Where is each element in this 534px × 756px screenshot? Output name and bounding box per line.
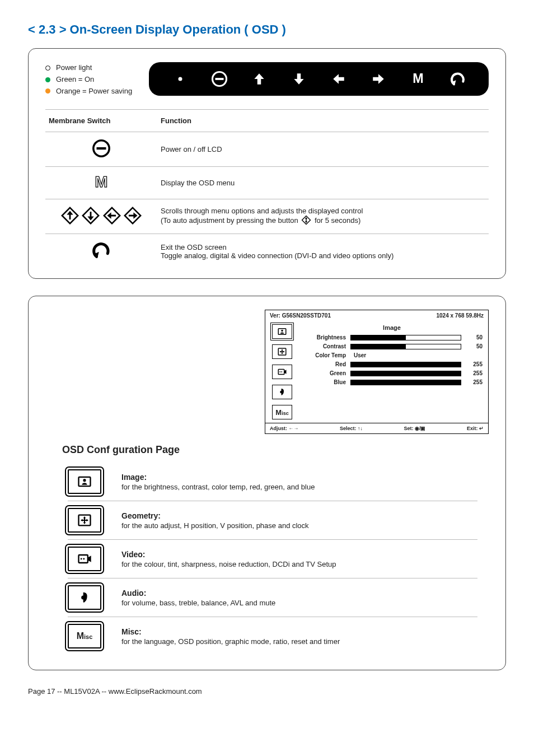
green-dot-icon bbox=[45, 77, 50, 82]
status-led-icon bbox=[170, 69, 190, 89]
osd-row-blue[interactable]: Blue 255 bbox=[301, 379, 483, 385]
orange-dot-icon bbox=[45, 88, 50, 94]
osd-resolution: 1024 x 768 59.8Hz bbox=[436, 312, 484, 319]
osd-tab-geometry[interactable] bbox=[272, 344, 292, 359]
power-button-icon[interactable] bbox=[209, 69, 229, 89]
table-row: Exit the OSD screen Toggle analog, digit… bbox=[45, 234, 489, 269]
function-power: Power on / off LCD bbox=[157, 132, 489, 167]
menu-m-icon: M bbox=[93, 174, 110, 190]
svg-text:M: M bbox=[95, 174, 108, 190]
category-audio: Audio:for volume, bass, treble, balance,… bbox=[68, 578, 477, 617]
header-function: Function bbox=[157, 110, 489, 132]
legend-green: Green = On bbox=[56, 74, 94, 86]
diamond-right-icon bbox=[123, 206, 142, 225]
osd-hint-adjust: Adjust: ←→ bbox=[270, 426, 299, 431]
osd-row-red[interactable]: Red 255 bbox=[301, 361, 483, 367]
osd-window: Ver: G56SN20SSTD701 1024 x 768 59.8Hz Mi… bbox=[265, 310, 489, 434]
osd-row-contrast[interactable]: Contrast 50 bbox=[301, 343, 483, 349]
osd-config-title: OSD Conf guration Page bbox=[62, 444, 489, 456]
svg-point-11 bbox=[178, 77, 182, 81]
category-video: Video:for the colour, tint, sharpness, n… bbox=[68, 540, 477, 578]
membrane-switch-bar bbox=[149, 62, 489, 96]
header-switch: Membrane Switch bbox=[45, 110, 157, 132]
table-row: Power on / off LCD bbox=[45, 132, 489, 167]
exit-icon bbox=[92, 241, 111, 260]
osd-hint-exit: Exit: ↵ bbox=[467, 426, 484, 431]
osd-row-colortemp[interactable]: Color Temp User bbox=[301, 352, 483, 358]
osd-tab-image[interactable] bbox=[272, 324, 292, 339]
exit-button-icon[interactable] bbox=[448, 69, 468, 89]
table-row: Scrolls through menu options and adjusts… bbox=[45, 199, 489, 234]
osd-row-brightness[interactable]: Brightness 50 bbox=[301, 334, 483, 340]
power-icon bbox=[92, 139, 111, 158]
function-scroll: Scrolls through menu options and adjusts… bbox=[157, 199, 489, 234]
osd-config-panel: Ver: G56SN20SSTD701 1024 x 768 59.8Hz Mi… bbox=[28, 296, 506, 670]
diamond-left-icon bbox=[102, 206, 121, 225]
category-image: Image:for the brightness, contrast, colo… bbox=[68, 463, 477, 501]
osd-version: Ver: G56SN20SSTD701 bbox=[270, 312, 331, 319]
menu-button-icon[interactable] bbox=[408, 69, 428, 89]
osd-heading: Image bbox=[301, 324, 483, 331]
osd-tab-audio[interactable] bbox=[272, 385, 292, 399]
legend-orange: Orange = Power saving bbox=[56, 86, 132, 97]
osd-hint-set: Set: ◉/▣ bbox=[404, 426, 425, 431]
page-footer: Page 17 -- ML15V02A -- www.EclipseRackmo… bbox=[28, 687, 506, 696]
video-icon bbox=[68, 547, 101, 571]
right-button-icon[interactable] bbox=[368, 69, 388, 89]
table-row: M Display the OSD menu bbox=[45, 167, 489, 199]
power-light-indicator-icon bbox=[45, 66, 50, 71]
misc-icon: Misc bbox=[68, 624, 101, 648]
function-exit: Exit the OSD screen Toggle analog, digit… bbox=[157, 234, 489, 269]
legend-power-light: Power light bbox=[56, 62, 92, 74]
function-menu: Display the OSD menu bbox=[157, 167, 489, 199]
osd-tab-misc[interactable]: Misc bbox=[272, 405, 292, 419]
audio-icon bbox=[68, 585, 101, 610]
left-button-icon[interactable] bbox=[329, 69, 349, 89]
table-header-row: Membrane Switch Function bbox=[45, 110, 489, 132]
category-misc: Misc Misc:for the language, OSD position… bbox=[68, 617, 477, 655]
up-button-icon[interactable] bbox=[249, 69, 269, 89]
function-table: Membrane Switch Function Power on / off … bbox=[45, 109, 489, 268]
category-geometry: Geometry:for the auto adjust, H position… bbox=[68, 501, 477, 540]
diamond-up-icon bbox=[60, 206, 79, 225]
diamond-down-icon bbox=[81, 206, 100, 225]
power-light-legend: Power light Green = On Orange = Power sa… bbox=[45, 62, 132, 97]
down-button-icon[interactable] bbox=[289, 69, 309, 89]
membrane-switch-panel: Power light Green = On Orange = Power sa… bbox=[28, 48, 506, 279]
image-icon bbox=[68, 469, 101, 494]
diamond-updown-icon bbox=[301, 215, 311, 225]
osd-tab-video[interactable] bbox=[272, 365, 292, 379]
osd-hint-select: Select: ↑↓ bbox=[340, 426, 363, 431]
osd-row-green[interactable]: Green 255 bbox=[301, 370, 483, 376]
geometry-icon bbox=[68, 508, 101, 533]
section-title: < 2.3 > On-Screen Display Operation ( OS… bbox=[28, 22, 506, 37]
